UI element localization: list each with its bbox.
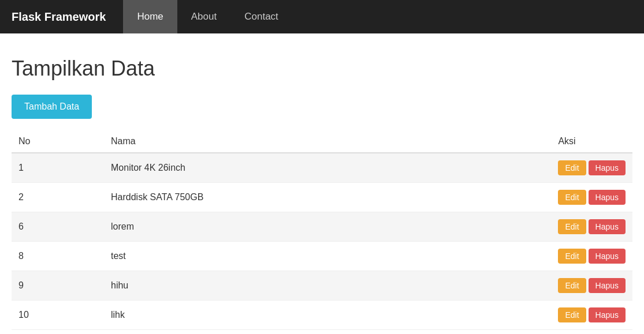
table-row: 10lihkEditHapus xyxy=(12,301,632,330)
hapus-button[interactable]: Hapus xyxy=(589,278,626,293)
cell-nama: hihu xyxy=(104,271,551,301)
edit-button[interactable]: Edit xyxy=(558,219,586,234)
cell-no: 1 xyxy=(12,153,104,183)
table-row: 1Monitor 4K 26inchEditHapus xyxy=(12,153,632,183)
nav-item-contact[interactable]: Contact xyxy=(230,0,292,33)
page-title: Tampilkan Data xyxy=(12,57,632,81)
nav-items: Home About Contact xyxy=(123,0,292,33)
cell-nama: Monitor 4K 26inch xyxy=(104,153,551,183)
navbar: Flask Framework Home About Contact xyxy=(0,0,644,33)
cell-aksi: EditHapus xyxy=(551,301,632,330)
cell-nama: test xyxy=(104,242,551,271)
table-row: 9hihuEditHapus xyxy=(12,271,632,301)
cell-no: 8 xyxy=(12,242,104,271)
table-row: 2Harddisk SATA 750GBEditHapus xyxy=(12,183,632,212)
table-row: 8testEditHapus xyxy=(12,242,632,271)
edit-button[interactable]: Edit xyxy=(558,249,586,264)
edit-button[interactable]: Edit xyxy=(558,278,586,293)
hapus-button[interactable]: Hapus xyxy=(589,190,626,205)
edit-button[interactable]: Edit xyxy=(558,307,586,322)
header-aksi: Aksi xyxy=(551,130,632,153)
cell-aksi: EditHapus xyxy=(551,242,632,271)
hapus-button[interactable]: Hapus xyxy=(589,307,626,322)
hapus-button[interactable]: Hapus xyxy=(589,219,626,234)
tambah-data-button[interactable]: Tambah Data xyxy=(12,95,92,119)
nav-item-home[interactable]: Home xyxy=(123,0,177,33)
cell-nama: Harddisk SATA 750GB xyxy=(104,183,551,212)
cell-aksi: EditHapus xyxy=(551,212,632,242)
cell-nama: lorem xyxy=(104,212,551,242)
cell-nama: lihk xyxy=(104,301,551,330)
hapus-button[interactable]: Hapus xyxy=(589,249,626,264)
hapus-button[interactable]: Hapus xyxy=(589,160,626,175)
header-nama: Nama xyxy=(104,130,551,153)
nav-item-about[interactable]: About xyxy=(177,0,230,33)
navbar-brand[interactable]: Flask Framework xyxy=(12,10,106,24)
cell-no: 9 xyxy=(12,271,104,301)
cell-aksi: EditHapus xyxy=(551,271,632,301)
header-no: No xyxy=(12,130,104,153)
table-header-row: No Nama Aksi xyxy=(12,130,632,153)
cell-no: 10 xyxy=(12,301,104,330)
main-content: Tampilkan Data Tambah Data No Nama Aksi … xyxy=(0,33,644,334)
cell-no: 2 xyxy=(12,183,104,212)
edit-button[interactable]: Edit xyxy=(558,190,586,205)
edit-button[interactable]: Edit xyxy=(558,160,586,175)
cell-aksi: EditHapus xyxy=(551,153,632,183)
cell-no: 6 xyxy=(12,212,104,242)
cell-aksi: EditHapus xyxy=(551,183,632,212)
data-table: No Nama Aksi 1Monitor 4K 26inchEditHapus… xyxy=(12,130,632,330)
table-row: 6loremEditHapus xyxy=(12,212,632,242)
